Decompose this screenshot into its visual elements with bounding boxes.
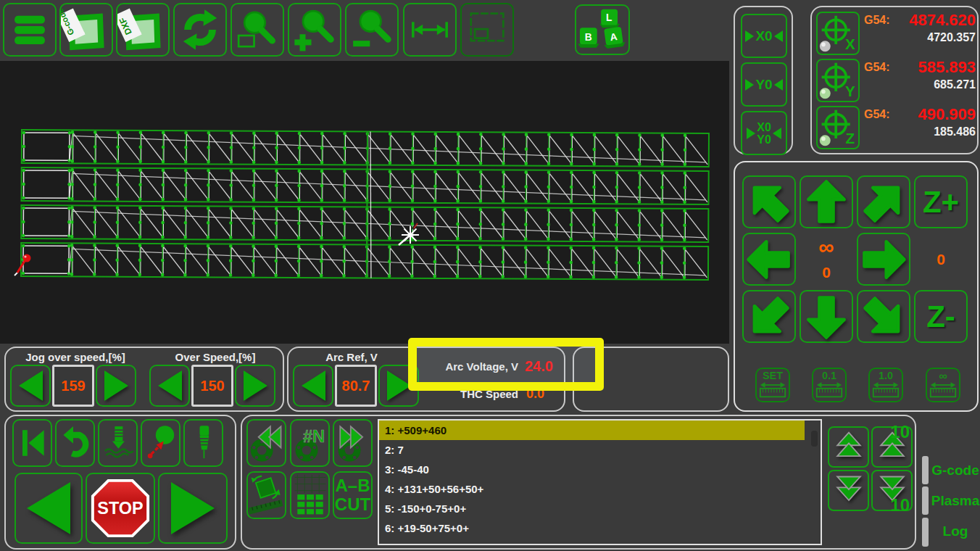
tab-gcode[interactable]: G-code	[931, 463, 980, 478]
jog-speed-down-button[interactable]	[10, 365, 51, 407]
zoom-out-button[interactable]	[345, 3, 399, 57]
jog-up-button[interactable]	[800, 175, 853, 228]
arrow-down-left-icon	[744, 291, 794, 342]
probe-material-button[interactable]	[141, 419, 180, 467]
arrow-up-icon	[801, 177, 852, 228]
step-0-1-icon: 0.1	[813, 368, 845, 402]
led-x-gray	[820, 41, 831, 51]
tab-bar-plasma	[922, 486, 929, 515]
torch-nozzle-icon	[186, 423, 221, 463]
jog-z-minus-button[interactable]: Z-	[914, 290, 968, 343]
axis-row-y: Y G54: 585.893 685.271	[816, 58, 976, 104]
sheet-bounds-button[interactable]	[460, 3, 514, 57]
open-dxf-button[interactable]: DXF	[116, 3, 170, 57]
open-gcode-button[interactable]: G-code	[59, 3, 113, 57]
triangle-right-icon	[244, 370, 267, 401]
arrow-down-right-icon	[858, 291, 909, 342]
scroll-up-10-button[interactable]: 10	[871, 426, 913, 468]
hamburger-icon	[7, 7, 52, 52]
torch-down-button[interactable]	[98, 419, 138, 467]
keyboard-shortcuts-button[interactable]: L B A	[575, 4, 630, 55]
gcode-line[interactable]: 2: 7	[379, 440, 821, 460]
over-speed-up-button[interactable]	[235, 365, 275, 407]
axis-x-letter: X	[845, 36, 855, 52]
jog-down-left-button[interactable]	[742, 290, 796, 343]
thc-speed-value: 0.0	[526, 386, 570, 402]
prev-cut-button[interactable]	[246, 419, 286, 467]
zoom-in-button[interactable]	[288, 3, 341, 57]
gcode-line[interactable]: 4: +131+50+56+50+	[379, 479, 821, 499]
zero-xy-x-label: X0	[757, 121, 771, 133]
jog-right-button[interactable]	[857, 233, 910, 286]
z-minus-label: Z-	[926, 299, 955, 334]
zoom-window-button[interactable]	[231, 3, 284, 57]
jog-speed-up-button[interactable]	[96, 365, 136, 407]
torch-tool-button[interactable]	[183, 419, 223, 467]
led-y-shine	[821, 90, 826, 94]
toolpath-canvas[interactable]	[0, 61, 729, 344]
scroll-down-1-button[interactable]	[828, 470, 869, 511]
gcode-list[interactable]: 1: +509+460 2: 7 3: -45-40 4: +131+50+56…	[378, 419, 822, 545]
tab-bar-log	[922, 518, 929, 547]
scroll-down-10-button[interactable]: 10	[871, 470, 913, 511]
tab-plasma[interactable]: Plasma	[931, 493, 980, 509]
run-backward-button[interactable]	[14, 473, 83, 544]
keyboard-keys-icon: L B A	[577, 7, 628, 53]
undo-move-back-button[interactable]	[55, 419, 95, 467]
ab-cut-button[interactable]: A–B CUT	[333, 471, 373, 519]
arrow-down-icon	[801, 291, 852, 342]
jog-down-button[interactable]	[800, 290, 853, 343]
step-continuous-button[interactable]: ∞	[926, 368, 960, 402]
gcode-line[interactable]: 3: -45-40	[379, 460, 821, 479]
zero-xy-button[interactable]: X0 Y0	[741, 111, 787, 155]
go-to-start-button[interactable]	[12, 419, 52, 467]
go-to-line-button[interactable]: #N	[290, 419, 330, 467]
step-set-button[interactable]: SET	[755, 368, 790, 402]
gcode-scrollbar-thumb[interactable]	[811, 431, 818, 447]
array-nesting-button[interactable]	[290, 471, 330, 519]
key-l-label: L	[606, 12, 612, 23]
zero-y-button[interactable]: Y0	[741, 62, 787, 107]
stop-sign-icon: STOP	[88, 476, 152, 541]
triangle-left-icon	[302, 370, 325, 401]
jog-up-right-button[interactable]	[857, 175, 910, 228]
z-work-coordinate: 490.909	[918, 105, 976, 124]
dxf-file-icon: DXF	[117, 4, 168, 55]
led-x-shine	[821, 43, 826, 47]
y-machine-coordinate: 685.271	[934, 78, 976, 91]
jog-z-plus-button[interactable]: Z+	[914, 175, 968, 228]
arc-voltage-label: Arc Voltage, V	[406, 360, 518, 373]
gcode-line[interactable]: 5: -150+0-75+0+	[379, 499, 821, 518]
stop-button[interactable]: STOP	[86, 473, 155, 544]
over-speed-label: Over Speed,[%]	[154, 351, 277, 363]
scroll-up-1-button[interactable]	[828, 426, 869, 468]
axis-z-button[interactable]: Z	[816, 106, 860, 149]
chevron-up-icon	[830, 428, 868, 466]
jog-down-right-button[interactable]	[857, 290, 910, 343]
crosshair-icon: Y	[818, 60, 858, 101]
plasma-cnc-app: G-code DXF	[0, 0, 980, 551]
menu-button[interactable]	[3, 3, 57, 57]
jog-up-left-button[interactable]	[742, 175, 796, 228]
step-0-1-button[interactable]: 0.1	[812, 368, 847, 402]
measure-button[interactable]	[403, 3, 457, 57]
zero-x-button[interactable]: X0	[741, 14, 787, 58]
rotate-material-button[interactable]	[246, 471, 286, 519]
run-forward-button[interactable]	[158, 473, 228, 544]
over-speed-value: 150	[191, 365, 233, 407]
tab-log[interactable]: Log	[931, 523, 980, 539]
zoom-window-icon	[233, 6, 281, 54]
over-speed-down-button[interactable]	[149, 365, 190, 407]
triangle-right-icon	[745, 79, 754, 91]
step-1-0-button[interactable]: 1.0	[868, 368, 903, 402]
next-cut-button[interactable]	[333, 419, 373, 467]
gcode-file-icon: G-code	[61, 4, 112, 55]
jog-left-button[interactable]	[742, 233, 796, 286]
gcode-line-selected[interactable]: 1: +509+460	[379, 420, 805, 440]
gcode-line[interactable]: 6: +19-50+75+0+	[379, 518, 821, 538]
step-set-label: SET	[763, 370, 783, 381]
axis-y-button[interactable]: Y	[816, 59, 860, 102]
arc-ref-down-button[interactable]	[293, 365, 333, 407]
refresh-button[interactable]	[173, 3, 227, 57]
axis-x-button[interactable]: X	[816, 12, 860, 55]
